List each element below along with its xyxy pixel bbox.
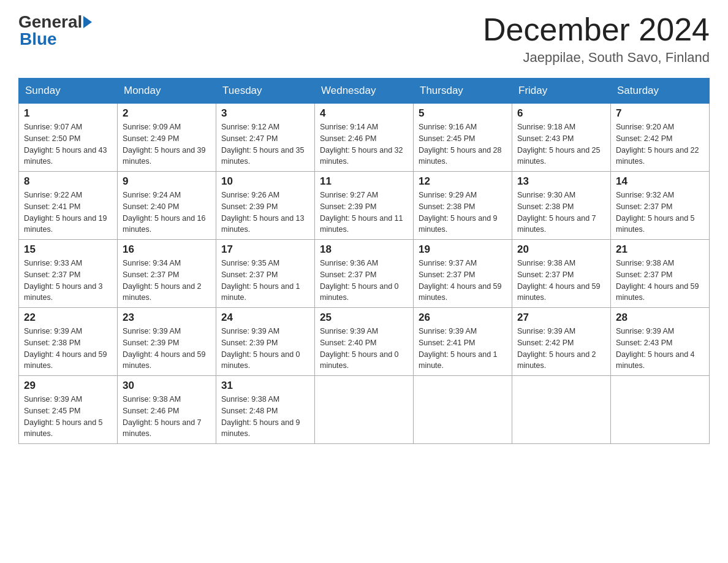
day-cell-8: 8Sunrise: 9:22 AMSunset: 2:41 PMDaylight… (19, 172, 118, 240)
day-cell-3: 3Sunrise: 9:12 AMSunset: 2:47 PMDaylight… (216, 104, 315, 172)
day-cell-7: 7Sunrise: 9:20 AMSunset: 2:42 PMDaylight… (611, 104, 710, 172)
weekday-header-tuesday: Tuesday (216, 79, 315, 104)
day-cell-27: 27Sunrise: 9:39 AMSunset: 2:42 PMDayligh… (512, 308, 611, 376)
day-cell-21: 21Sunrise: 9:38 AMSunset: 2:37 PMDayligh… (611, 240, 710, 308)
day-cell-23: 23Sunrise: 9:39 AMSunset: 2:39 PMDayligh… (118, 308, 216, 376)
day-info: Sunrise: 9:39 AMSunset: 2:39 PMDaylight:… (123, 326, 211, 372)
day-cell-19: 19Sunrise: 9:37 AMSunset: 2:37 PMDayligh… (414, 240, 512, 308)
day-info: Sunrise: 9:39 AMSunset: 2:39 PMDaylight:… (221, 326, 309, 372)
day-info: Sunrise: 9:39 AMSunset: 2:38 PMDaylight:… (24, 326, 112, 372)
weekday-header-friday: Friday (512, 79, 611, 104)
day-cell-28: 28Sunrise: 9:39 AMSunset: 2:43 PMDayligh… (611, 308, 710, 376)
weekday-header-thursday: Thursday (414, 79, 512, 104)
day-info: Sunrise: 9:37 AMSunset: 2:37 PMDaylight:… (419, 258, 507, 304)
day-info: Sunrise: 9:38 AMSunset: 2:37 PMDaylight:… (517, 258, 605, 304)
day-info: Sunrise: 9:29 AMSunset: 2:38 PMDaylight:… (419, 190, 507, 236)
day-number: 2 (123, 107, 211, 120)
day-number: 23 (123, 312, 211, 324)
day-cell-1: 1Sunrise: 9:07 AMSunset: 2:50 PMDaylight… (19, 104, 118, 172)
day-info: Sunrise: 9:39 AMSunset: 2:42 PMDaylight:… (517, 326, 605, 372)
weekday-header-saturday: Saturday (611, 79, 710, 104)
day-number: 24 (221, 312, 309, 324)
day-number: 31 (221, 380, 309, 392)
day-number: 18 (320, 243, 408, 256)
day-number: 10 (221, 175, 309, 188)
day-number: 21 (616, 243, 704, 256)
day-number: 11 (320, 175, 408, 188)
day-number: 16 (123, 243, 211, 256)
day-cell-26: 26Sunrise: 9:39 AMSunset: 2:41 PMDayligh… (414, 308, 512, 376)
day-number: 4 (320, 107, 408, 120)
week-row-5: 29Sunrise: 9:39 AMSunset: 2:45 PMDayligh… (19, 376, 710, 444)
day-cell-25: 25Sunrise: 9:39 AMSunset: 2:40 PMDayligh… (315, 308, 414, 376)
day-cell-9: 9Sunrise: 9:24 AMSunset: 2:40 PMDaylight… (118, 172, 216, 240)
day-info: Sunrise: 9:24 AMSunset: 2:40 PMDaylight:… (123, 190, 211, 236)
day-info: Sunrise: 9:27 AMSunset: 2:39 PMDaylight:… (320, 190, 408, 236)
day-cell-18: 18Sunrise: 9:36 AMSunset: 2:37 PMDayligh… (315, 240, 414, 308)
day-cell-5: 5Sunrise: 9:16 AMSunset: 2:45 PMDaylight… (414, 104, 512, 172)
day-number: 19 (419, 243, 507, 256)
empty-cell (315, 376, 414, 444)
day-number: 9 (123, 175, 211, 188)
day-info: Sunrise: 9:35 AMSunset: 2:37 PMDaylight:… (221, 258, 309, 304)
day-number: 27 (517, 312, 605, 324)
logo-arrow-icon (83, 16, 92, 28)
title-area: December 2024 Jaeppilae, South Savo, Fin… (483, 12, 710, 66)
day-info: Sunrise: 9:39 AMSunset: 2:41 PMDaylight:… (419, 326, 507, 372)
day-info: Sunrise: 9:12 AMSunset: 2:47 PMDaylight:… (221, 121, 309, 167)
day-info: Sunrise: 9:07 AMSunset: 2:50 PMDaylight:… (24, 121, 112, 167)
day-info: Sunrise: 9:38 AMSunset: 2:48 PMDaylight:… (221, 394, 309, 440)
empty-cell (512, 376, 611, 444)
day-cell-11: 11Sunrise: 9:27 AMSunset: 2:39 PMDayligh… (315, 172, 414, 240)
day-number: 13 (517, 175, 605, 188)
day-cell-20: 20Sunrise: 9:38 AMSunset: 2:37 PMDayligh… (512, 240, 611, 308)
day-cell-30: 30Sunrise: 9:38 AMSunset: 2:46 PMDayligh… (118, 376, 216, 444)
day-info: Sunrise: 9:22 AMSunset: 2:41 PMDaylight:… (24, 190, 112, 236)
day-info: Sunrise: 9:20 AMSunset: 2:42 PMDaylight:… (616, 121, 704, 167)
day-cell-22: 22Sunrise: 9:39 AMSunset: 2:38 PMDayligh… (19, 308, 118, 376)
day-cell-14: 14Sunrise: 9:32 AMSunset: 2:37 PMDayligh… (611, 172, 710, 240)
location-title: Jaeppilae, South Savo, Finland (483, 50, 710, 66)
day-number: 12 (419, 175, 507, 188)
day-number: 5 (419, 107, 507, 120)
day-info: Sunrise: 9:26 AMSunset: 2:39 PMDaylight:… (221, 190, 309, 236)
day-info: Sunrise: 9:16 AMSunset: 2:45 PMDaylight:… (419, 121, 507, 167)
weekday-header-sunday: Sunday (19, 79, 118, 104)
day-number: 26 (419, 312, 507, 324)
logo: General Blue (18, 12, 93, 49)
day-number: 1 (24, 107, 112, 120)
week-row-2: 8Sunrise: 9:22 AMSunset: 2:41 PMDaylight… (19, 172, 710, 240)
page-header: General Blue December 2024 Jaeppilae, So… (18, 12, 710, 66)
day-info: Sunrise: 9:38 AMSunset: 2:46 PMDaylight:… (123, 394, 211, 440)
day-number: 22 (24, 312, 112, 324)
weekday-header-monday: Monday (118, 79, 216, 104)
empty-cell (611, 376, 710, 444)
day-cell-6: 6Sunrise: 9:18 AMSunset: 2:43 PMDaylight… (512, 104, 611, 172)
day-info: Sunrise: 9:33 AMSunset: 2:37 PMDaylight:… (24, 258, 112, 304)
logo-blue-word: Blue (18, 29, 57, 49)
day-cell-4: 4Sunrise: 9:14 AMSunset: 2:46 PMDaylight… (315, 104, 414, 172)
day-cell-16: 16Sunrise: 9:34 AMSunset: 2:37 PMDayligh… (118, 240, 216, 308)
month-title: December 2024 (483, 12, 710, 47)
day-cell-12: 12Sunrise: 9:29 AMSunset: 2:38 PMDayligh… (414, 172, 512, 240)
day-number: 17 (221, 243, 309, 256)
calendar-table: SundayMondayTuesdayWednesdayThursdayFrid… (18, 78, 710, 444)
day-number: 15 (24, 243, 112, 256)
day-info: Sunrise: 9:39 AMSunset: 2:40 PMDaylight:… (320, 326, 408, 372)
day-cell-2: 2Sunrise: 9:09 AMSunset: 2:49 PMDaylight… (118, 104, 216, 172)
day-info: Sunrise: 9:18 AMSunset: 2:43 PMDaylight:… (517, 121, 605, 167)
day-number: 29 (24, 380, 112, 392)
day-number: 28 (616, 312, 704, 324)
day-number: 7 (616, 107, 704, 120)
empty-cell (414, 376, 512, 444)
day-info: Sunrise: 9:39 AMSunset: 2:45 PMDaylight:… (24, 394, 112, 440)
day-info: Sunrise: 9:14 AMSunset: 2:46 PMDaylight:… (320, 121, 408, 167)
weekday-header-row: SundayMondayTuesdayWednesdayThursdayFrid… (19, 79, 710, 104)
day-cell-24: 24Sunrise: 9:39 AMSunset: 2:39 PMDayligh… (216, 308, 315, 376)
day-info: Sunrise: 9:09 AMSunset: 2:49 PMDaylight:… (123, 121, 211, 167)
day-info: Sunrise: 9:30 AMSunset: 2:38 PMDaylight:… (517, 190, 605, 236)
day-number: 14 (616, 175, 704, 188)
day-number: 20 (517, 243, 605, 256)
day-number: 6 (517, 107, 605, 120)
day-info: Sunrise: 9:34 AMSunset: 2:37 PMDaylight:… (123, 258, 211, 304)
